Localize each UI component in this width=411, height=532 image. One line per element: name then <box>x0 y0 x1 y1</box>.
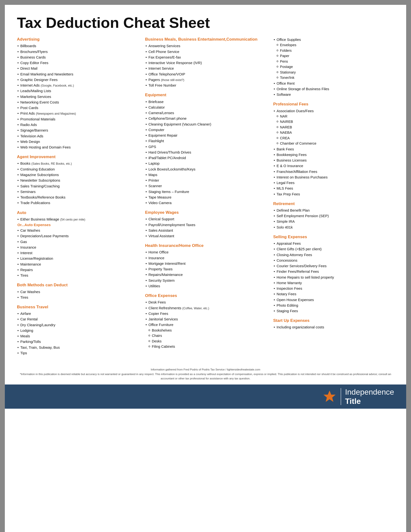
list-item: Maintenance <box>17 261 138 267</box>
list-item: Trade Publications <box>17 200 138 206</box>
list-item: Answering Services <box>145 43 266 49</box>
list-item: Defined Benefit Plan <box>273 208 394 213</box>
list-item: Bank Fees <box>273 146 394 152</box>
list-item: E & O Insurance <box>273 163 394 169</box>
list-item: Virtual Assistant <box>145 233 266 239</box>
page-title: Tax Deduction Cheat Sheet <box>17 15 394 31</box>
list-item: Paper <box>273 53 394 58</box>
content-area: Advertising Billboards Brochures/Flyers … <box>17 37 394 360</box>
footer-divider <box>341 388 341 405</box>
list-item: Web Design <box>17 139 138 144</box>
list-item: Stationary <box>273 70 394 75</box>
list-item: GPS <box>145 144 266 150</box>
list-item: Repairs <box>17 267 138 273</box>
list-item: Camera/Lenses <box>145 110 266 116</box>
section-title-startup-expenses: Start Up Expenses <box>273 318 394 323</box>
list-item: Office Supplies <box>273 37 394 42</box>
list-item: Flashlight <box>145 138 266 144</box>
list-item: Car Washes <box>17 289 138 294</box>
section-office-expenses: Office Expenses Desk Fees Client Refresh… <box>145 293 266 349</box>
list-item: Business Licenses <box>273 157 394 163</box>
list-item: iPad/Tablet PC/Android <box>145 155 266 161</box>
page: Tax Deduction Cheat Sheet Advertising Bi… <box>5 5 406 532</box>
list-item: Interactive Voice Response (IVR) <box>145 60 266 66</box>
column-3: Office Supplies Envelopes Folders Paper … <box>273 37 394 360</box>
list-item: Tires <box>17 273 138 278</box>
section-equipment: Equipment Briefcase Calculator Camera/Le… <box>145 92 266 206</box>
list-item: Networking Event Costs <box>17 99 138 105</box>
list-item: Seminars <box>17 189 138 194</box>
list-item: Taxi, Train, Subway, Bus <box>17 345 138 350</box>
list-item: Utilities <box>145 283 266 289</box>
footer-info: Information gathered from Fred Podris of… <box>17 365 394 382</box>
list-item: Including organizational costs <box>273 324 394 330</box>
list-item: Cellphone/Smart phone <box>145 116 266 121</box>
list-item: Bookshelves <box>145 328 266 333</box>
list-item: Client Gifts (<$25 per client) <box>273 246 394 252</box>
list-item: Staging Fees <box>273 308 394 314</box>
list-item: Marketing Services <box>17 94 138 99</box>
list-item: Magazine Subscriptions <box>17 172 138 178</box>
list-item: Photo Editing <box>273 303 394 308</box>
list-item: Desks <box>145 339 266 344</box>
list-item: Postage <box>273 64 394 69</box>
list-item: Newsletter Subscriptions <box>17 178 138 183</box>
list-item: Concessions <box>273 257 394 263</box>
list-item: Car Rental <box>17 316 138 322</box>
list-item: Books (Sales Books, RE Books, etc.) <box>17 161 138 166</box>
list-item: Sales Assistant <box>145 228 266 233</box>
list-item: Interest <box>17 250 138 256</box>
list-item: Briefcase <box>145 99 266 104</box>
list-item: Fax Expenses/E-fax <box>145 54 266 60</box>
list-item: Printer <box>145 178 266 183</box>
list-item: Simple IRA <box>273 218 394 224</box>
section-title-both-methods: Both Methods can Deduct <box>17 283 138 288</box>
list-item: Computer <box>145 127 266 133</box>
list-item: Folders <box>273 48 394 53</box>
section-auto: Auto Either Business Mileage (54 cents p… <box>17 210 138 278</box>
list-item: Web Hosting and Domain Fees <box>17 144 138 150</box>
list-item: Courier Services/Delivery Fees <box>273 263 394 269</box>
section-selling-expenses: Selling Expenses Appraisal Fees Client G… <box>273 234 394 314</box>
list-item: Internet Service <box>145 66 266 71</box>
list-item: Envelopes <box>273 42 394 48</box>
list-item: Parking/Tolls <box>17 339 138 344</box>
list-item: Self Employment Pension (SEP) <box>273 213 394 218</box>
list-item: Textbooks/Reference Books <box>17 194 138 200</box>
list-item: Tape Measure <box>145 194 266 200</box>
section-business-travel: Business Travel Airfare Car Rental Dry C… <box>17 304 138 356</box>
list-item: Repairs/Maintenance <box>145 272 266 277</box>
list-item: Direct Mail <box>17 66 138 71</box>
footer-disclaimer: *Information in this publication is deem… <box>17 372 394 381</box>
list-item: Cell Phone Service <box>145 49 266 54</box>
list-item: Inspection Fees <box>273 285 394 291</box>
list-item: Appraisal Fees <box>273 241 394 246</box>
section-title-business-meals: Business Meals, Business Entertainment,C… <box>145 37 266 42</box>
list-item: Insurance <box>17 245 138 250</box>
list-item: NAEBA <box>273 130 394 135</box>
section-title-agent-improvement: Agent Improvement <box>17 154 138 160</box>
list-item: Copy Editor Fees <box>17 60 138 66</box>
list-item: NAREB <box>273 124 394 130</box>
list-item: CREA <box>273 135 394 141</box>
list-item: Television Ads <box>17 133 138 139</box>
list-item: Software <box>273 92 394 97</box>
column-2: Business Meals, Business Entertainment,C… <box>145 37 273 360</box>
list-item: Internet Ads (Google, Facebook, etc.) <box>17 83 138 88</box>
list-item: Toll Free Number <box>145 83 266 88</box>
list-item: Laptop <box>145 161 266 166</box>
list-item: Insurance <box>145 255 266 261</box>
list-item: Maps <box>145 172 266 178</box>
section-business-meals: Business Meals, Business Entertainment,C… <box>145 37 266 88</box>
list-item: Signage/Banners <box>17 127 138 133</box>
list-item: Post Cards <box>17 105 138 111</box>
list-item: Online Storage of Business Files <box>273 86 394 92</box>
list-item: Client Refreshments (Coffee, Water, etc.… <box>145 305 266 311</box>
list-item: NAIREB <box>273 119 394 124</box>
list-item: Desk Fees <box>145 299 266 305</box>
list-item: Home Repairs to sell listed property <box>273 275 394 280</box>
section-title-retirement: Retirement <box>273 201 394 207</box>
section-title-auto: Auto <box>17 210 138 216</box>
list-item: Print Ads (Newspapers and Magazines) <box>17 111 138 116</box>
section-employee-wages: Employee Wages Clerical Support Payroll/… <box>145 210 266 239</box>
